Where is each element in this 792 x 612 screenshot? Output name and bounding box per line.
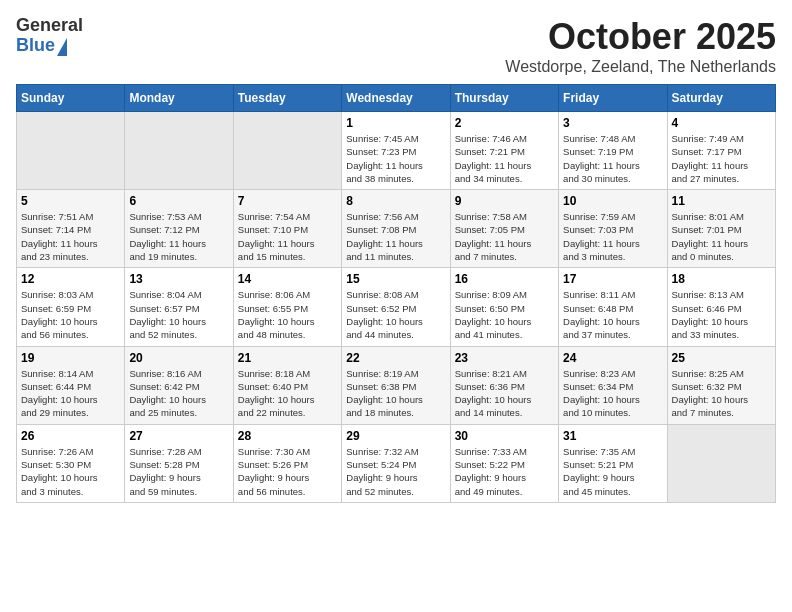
- day-info: Sunrise: 7:49 AMSunset: 7:17 PMDaylight:…: [672, 132, 771, 185]
- day-number: 17: [563, 272, 662, 286]
- weekday-header-wednesday: Wednesday: [342, 85, 450, 112]
- logo-text: General Blue: [16, 16, 83, 56]
- calendar-cell: 14Sunrise: 8:06 AMSunset: 6:55 PMDayligh…: [233, 268, 341, 346]
- day-info: Sunrise: 7:26 AMSunset: 5:30 PMDaylight:…: [21, 445, 120, 498]
- location-title: Westdorpe, Zeeland, The Netherlands: [505, 58, 776, 76]
- weekday-header-monday: Monday: [125, 85, 233, 112]
- day-number: 9: [455, 194, 554, 208]
- calendar-cell: 9Sunrise: 7:58 AMSunset: 7:05 PMDaylight…: [450, 190, 558, 268]
- day-number: 18: [672, 272, 771, 286]
- day-info: Sunrise: 7:59 AMSunset: 7:03 PMDaylight:…: [563, 210, 662, 263]
- day-number: 21: [238, 351, 337, 365]
- day-info: Sunrise: 8:19 AMSunset: 6:38 PMDaylight:…: [346, 367, 445, 420]
- day-number: 15: [346, 272, 445, 286]
- calendar-cell: 17Sunrise: 8:11 AMSunset: 6:48 PMDayligh…: [559, 268, 667, 346]
- day-info: Sunrise: 7:48 AMSunset: 7:19 PMDaylight:…: [563, 132, 662, 185]
- calendar-cell: [125, 112, 233, 190]
- day-info: Sunrise: 7:45 AMSunset: 7:23 PMDaylight:…: [346, 132, 445, 185]
- weekday-header-row: SundayMondayTuesdayWednesdayThursdayFrid…: [17, 85, 776, 112]
- calendar-cell: 12Sunrise: 8:03 AMSunset: 6:59 PMDayligh…: [17, 268, 125, 346]
- day-info: Sunrise: 8:11 AMSunset: 6:48 PMDaylight:…: [563, 288, 662, 341]
- day-info: Sunrise: 7:53 AMSunset: 7:12 PMDaylight:…: [129, 210, 228, 263]
- calendar-week-row: 5Sunrise: 7:51 AMSunset: 7:14 PMDaylight…: [17, 190, 776, 268]
- calendar-table: SundayMondayTuesdayWednesdayThursdayFrid…: [16, 84, 776, 503]
- day-info: Sunrise: 7:56 AMSunset: 7:08 PMDaylight:…: [346, 210, 445, 263]
- logo: General Blue: [16, 16, 83, 56]
- day-info: Sunrise: 7:32 AMSunset: 5:24 PMDaylight:…: [346, 445, 445, 498]
- day-number: 22: [346, 351, 445, 365]
- calendar-cell: 20Sunrise: 8:16 AMSunset: 6:42 PMDayligh…: [125, 346, 233, 424]
- weekday-header-sunday: Sunday: [17, 85, 125, 112]
- day-info: Sunrise: 7:58 AMSunset: 7:05 PMDaylight:…: [455, 210, 554, 263]
- calendar-cell: 28Sunrise: 7:30 AMSunset: 5:26 PMDayligh…: [233, 424, 341, 502]
- calendar-cell: 6Sunrise: 7:53 AMSunset: 7:12 PMDaylight…: [125, 190, 233, 268]
- calendar-cell: 11Sunrise: 8:01 AMSunset: 7:01 PMDayligh…: [667, 190, 775, 268]
- calendar-cell: 7Sunrise: 7:54 AMSunset: 7:10 PMDaylight…: [233, 190, 341, 268]
- day-info: Sunrise: 8:25 AMSunset: 6:32 PMDaylight:…: [672, 367, 771, 420]
- day-info: Sunrise: 8:01 AMSunset: 7:01 PMDaylight:…: [672, 210, 771, 263]
- calendar-cell: [667, 424, 775, 502]
- calendar-cell: 4Sunrise: 7:49 AMSunset: 7:17 PMDaylight…: [667, 112, 775, 190]
- day-info: Sunrise: 7:51 AMSunset: 7:14 PMDaylight:…: [21, 210, 120, 263]
- day-info: Sunrise: 8:18 AMSunset: 6:40 PMDaylight:…: [238, 367, 337, 420]
- day-number: 2: [455, 116, 554, 130]
- day-number: 31: [563, 429, 662, 443]
- day-info: Sunrise: 8:06 AMSunset: 6:55 PMDaylight:…: [238, 288, 337, 341]
- calendar-cell: 18Sunrise: 8:13 AMSunset: 6:46 PMDayligh…: [667, 268, 775, 346]
- day-number: 26: [21, 429, 120, 443]
- day-number: 23: [455, 351, 554, 365]
- calendar-cell: 24Sunrise: 8:23 AMSunset: 6:34 PMDayligh…: [559, 346, 667, 424]
- page-header: General Blue October 2025 Westdorpe, Zee…: [16, 16, 776, 76]
- calendar-cell: 5Sunrise: 7:51 AMSunset: 7:14 PMDaylight…: [17, 190, 125, 268]
- calendar-cell: 2Sunrise: 7:46 AMSunset: 7:21 PMDaylight…: [450, 112, 558, 190]
- day-number: 7: [238, 194, 337, 208]
- logo-blue: Blue: [16, 36, 55, 56]
- calendar-cell: 3Sunrise: 7:48 AMSunset: 7:19 PMDaylight…: [559, 112, 667, 190]
- weekday-header-friday: Friday: [559, 85, 667, 112]
- day-info: Sunrise: 8:13 AMSunset: 6:46 PMDaylight:…: [672, 288, 771, 341]
- calendar-cell: 19Sunrise: 8:14 AMSunset: 6:44 PMDayligh…: [17, 346, 125, 424]
- calendar-week-row: 12Sunrise: 8:03 AMSunset: 6:59 PMDayligh…: [17, 268, 776, 346]
- calendar-cell: [17, 112, 125, 190]
- calendar-cell: 13Sunrise: 8:04 AMSunset: 6:57 PMDayligh…: [125, 268, 233, 346]
- calendar-cell: 21Sunrise: 8:18 AMSunset: 6:40 PMDayligh…: [233, 346, 341, 424]
- weekday-header-tuesday: Tuesday: [233, 85, 341, 112]
- day-number: 6: [129, 194, 228, 208]
- calendar-week-row: 19Sunrise: 8:14 AMSunset: 6:44 PMDayligh…: [17, 346, 776, 424]
- day-number: 27: [129, 429, 228, 443]
- day-number: 19: [21, 351, 120, 365]
- day-number: 25: [672, 351, 771, 365]
- day-number: 20: [129, 351, 228, 365]
- day-info: Sunrise: 7:30 AMSunset: 5:26 PMDaylight:…: [238, 445, 337, 498]
- day-number: 8: [346, 194, 445, 208]
- day-info: Sunrise: 8:16 AMSunset: 6:42 PMDaylight:…: [129, 367, 228, 420]
- day-info: Sunrise: 8:09 AMSunset: 6:50 PMDaylight:…: [455, 288, 554, 341]
- day-info: Sunrise: 8:08 AMSunset: 6:52 PMDaylight:…: [346, 288, 445, 341]
- day-number: 5: [21, 194, 120, 208]
- day-number: 28: [238, 429, 337, 443]
- calendar-cell: 23Sunrise: 8:21 AMSunset: 6:36 PMDayligh…: [450, 346, 558, 424]
- day-info: Sunrise: 8:23 AMSunset: 6:34 PMDaylight:…: [563, 367, 662, 420]
- calendar-week-row: 1Sunrise: 7:45 AMSunset: 7:23 PMDaylight…: [17, 112, 776, 190]
- logo-triangle-icon: [57, 38, 67, 56]
- title-block: October 2025 Westdorpe, Zeeland, The Net…: [505, 16, 776, 76]
- calendar-cell: [233, 112, 341, 190]
- calendar-cell: 29Sunrise: 7:32 AMSunset: 5:24 PMDayligh…: [342, 424, 450, 502]
- day-info: Sunrise: 8:14 AMSunset: 6:44 PMDaylight:…: [21, 367, 120, 420]
- calendar-cell: 8Sunrise: 7:56 AMSunset: 7:08 PMDaylight…: [342, 190, 450, 268]
- month-title: October 2025: [505, 16, 776, 58]
- calendar-cell: 25Sunrise: 8:25 AMSunset: 6:32 PMDayligh…: [667, 346, 775, 424]
- calendar-cell: 16Sunrise: 8:09 AMSunset: 6:50 PMDayligh…: [450, 268, 558, 346]
- calendar-cell: 27Sunrise: 7:28 AMSunset: 5:28 PMDayligh…: [125, 424, 233, 502]
- day-number: 10: [563, 194, 662, 208]
- calendar-cell: 26Sunrise: 7:26 AMSunset: 5:30 PMDayligh…: [17, 424, 125, 502]
- calendar-cell: 10Sunrise: 7:59 AMSunset: 7:03 PMDayligh…: [559, 190, 667, 268]
- day-info: Sunrise: 8:03 AMSunset: 6:59 PMDaylight:…: [21, 288, 120, 341]
- day-number: 29: [346, 429, 445, 443]
- day-info: Sunrise: 8:21 AMSunset: 6:36 PMDaylight:…: [455, 367, 554, 420]
- day-number: 3: [563, 116, 662, 130]
- day-info: Sunrise: 7:35 AMSunset: 5:21 PMDaylight:…: [563, 445, 662, 498]
- day-info: Sunrise: 8:04 AMSunset: 6:57 PMDaylight:…: [129, 288, 228, 341]
- calendar-week-row: 26Sunrise: 7:26 AMSunset: 5:30 PMDayligh…: [17, 424, 776, 502]
- day-number: 13: [129, 272, 228, 286]
